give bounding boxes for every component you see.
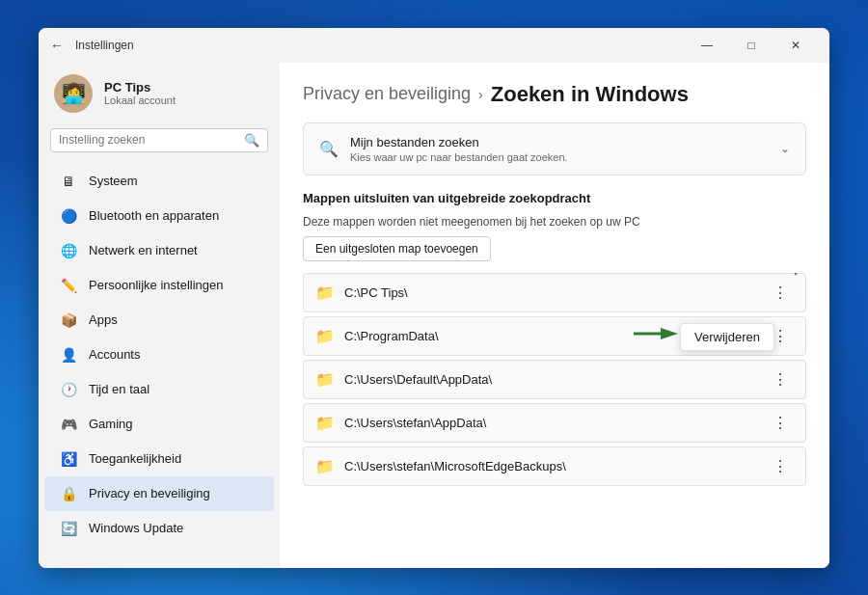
search-box[interactable]: 🔍 xyxy=(50,128,268,152)
toegankelijkheid-icon: ♿ xyxy=(60,450,77,468)
card-header[interactable]: 🔍 Mijn bestanden zoeken Kies waar uw pc … xyxy=(304,123,805,175)
user-subtitle: Lokaal account xyxy=(104,95,176,106)
folder-icon: 📁 xyxy=(315,284,335,302)
update-icon: 🔄 xyxy=(60,520,77,537)
netwerk-icon: 🌐 xyxy=(60,242,77,259)
accounts-icon: 👤 xyxy=(60,346,77,364)
card-chevron-icon: ⌄ xyxy=(780,142,790,155)
folder-row: 📁C:\Users\Default\AppData\⋮ xyxy=(303,360,806,399)
three-dots-menu[interactable]: ⋮ xyxy=(767,282,794,304)
sidebar-item-label-apps: Apps xyxy=(89,312,118,327)
folder-row: 📁C:\ProgramData\⋮Verwijderen xyxy=(303,316,806,356)
arrow-right-icon xyxy=(634,324,682,343)
svg-marker-1 xyxy=(789,273,802,276)
top-card[interactable]: 🔍 Mijn bestanden zoeken Kies waar uw pc … xyxy=(303,122,806,176)
sidebar-item-label-persoonlijk: Persoonlijke instellingen xyxy=(89,278,223,292)
sidebar-item-label-systeem: Systeem xyxy=(89,174,138,188)
privacy-icon: 🔒 xyxy=(60,485,77,502)
maximize-button[interactable]: □ xyxy=(729,28,773,63)
sidebar-item-label-privacy: Privacy en beveiliging xyxy=(89,486,210,500)
apps-icon: 📦 xyxy=(60,311,77,329)
page-title: Zoeken in Windows xyxy=(491,82,689,107)
sidebar-item-label-accounts: Accounts xyxy=(89,347,140,362)
sidebar-item-netwerk[interactable]: 🌐Netwerk en internet xyxy=(44,233,274,268)
user-info: PC Tips Lokaal account xyxy=(104,80,176,106)
sidebar-item-label-netwerk: Netwerk en internet xyxy=(89,243,198,257)
settings-window: ← Instellingen — □ ✕ 👩‍💻 PC Tips Lokaal … xyxy=(39,28,829,568)
nav-list: 🖥Systeem🔵Bluetooth en apparaten🌐Netwerk … xyxy=(39,164,280,546)
folder-path: C:\PC Tips\ xyxy=(344,285,757,300)
card-title-main: Mijn bestanden zoeken xyxy=(350,135,769,149)
add-excluded-button[interactable]: Een uitgesloten map toevoegen xyxy=(303,236,491,261)
bluetooth-icon: 🔵 xyxy=(60,207,77,225)
sidebar-item-toegankelijkheid[interactable]: ♿Toegankelijkheid xyxy=(44,442,274,476)
folder-icon: 📁 xyxy=(315,327,335,345)
persoonlijk-icon: ✏️ xyxy=(60,277,77,294)
user-profile: 👩‍💻 PC Tips Lokaal account xyxy=(39,63,280,124)
sidebar-item-gaming[interactable]: 🎮Gaming xyxy=(44,407,274,442)
card-title-block: Mijn bestanden zoeken Kies waar uw pc na… xyxy=(350,135,769,163)
folder-icon: 📁 xyxy=(315,414,335,432)
folder-list-wrapper: 📁C:\PC Tips\⋮📁C:\ProgramData\⋮Verwijdere… xyxy=(303,273,806,549)
tijd-icon: 🕐 xyxy=(60,381,77,398)
folder-list: 📁C:\PC Tips\⋮📁C:\ProgramData\⋮Verwijdere… xyxy=(303,273,806,490)
folder-icon: 📁 xyxy=(315,457,335,475)
systeem-icon: 🖥 xyxy=(60,173,77,190)
title-bar: ← Instellingen — □ ✕ xyxy=(39,28,829,63)
folder-path: C:\Users\stefan\AppData\ xyxy=(344,416,757,430)
search-icon: 🔍 xyxy=(244,133,259,148)
section-title: Mappen uitsluiten van uitgebreide zoekop… xyxy=(303,191,806,205)
sidebar-item-bluetooth[interactable]: 🔵Bluetooth en apparaten xyxy=(44,199,274,233)
main-layout: 👩‍💻 PC Tips Lokaal account 🔍 🖥Systeem🔵Bl… xyxy=(39,63,829,568)
search-input[interactable] xyxy=(59,133,238,147)
green-arrow-down xyxy=(784,273,806,278)
excluded-info-row: Deze mappen worden niet meegenomen bij h… xyxy=(303,215,806,261)
three-dots-menu[interactable]: ⋮ xyxy=(767,368,794,391)
sidebar-item-privacy[interactable]: 🔒Privacy en beveiliging xyxy=(44,476,274,511)
sidebar-item-accounts[interactable]: 👤Accounts xyxy=(44,338,274,372)
card-search-icon: 🔍 xyxy=(319,140,339,158)
close-button[interactable]: ✕ xyxy=(773,28,818,63)
folder-path: C:\Users\Default\AppData\ xyxy=(344,372,757,387)
folder-row: 📁C:\PC Tips\⋮ xyxy=(303,273,806,312)
sidebar-item-label-gaming: Gaming xyxy=(89,417,133,431)
page-header: Privacy en beveiliging › Zoeken in Windo… xyxy=(303,82,806,107)
minimize-button[interactable]: — xyxy=(685,28,729,63)
three-dots-menu[interactable]: ⋮ xyxy=(767,412,794,434)
sidebar-item-label-update: Windows Update xyxy=(89,521,183,535)
sidebar-item-label-bluetooth: Bluetooth en apparaten xyxy=(89,208,219,223)
sidebar-item-update[interactable]: 🔄Windows Update xyxy=(44,511,274,546)
sidebar-item-tijd[interactable]: 🕐Tijd en taal xyxy=(44,372,274,407)
sidebar-item-persoonlijk[interactable]: ✏️Persoonlijke instellingen xyxy=(44,268,274,303)
svg-marker-3 xyxy=(661,328,678,339)
arrow-down-icon xyxy=(784,273,806,278)
sidebar-item-apps[interactable]: 📦Apps xyxy=(44,303,274,338)
sidebar: 👩‍💻 PC Tips Lokaal account 🔍 🖥Systeem🔵Bl… xyxy=(39,63,280,568)
content-area: Privacy en beveiliging › Zoeken in Windo… xyxy=(280,63,829,568)
folder-row: 📁C:\Users\stefan\MicrosoftEdgeBackups\⋮ xyxy=(303,446,806,486)
breadcrumb-chevron: › xyxy=(478,87,483,102)
window-title: Instellingen xyxy=(75,39,685,52)
user-name: PC Tips xyxy=(104,80,176,95)
three-dots-menu[interactable]: ⋮ xyxy=(767,455,794,477)
avatar: 👩‍💻 xyxy=(54,74,93,113)
card-title-sub: Kies waar uw pc naar bestanden gaat zoek… xyxy=(350,151,769,163)
green-arrow-right xyxy=(634,324,682,347)
folder-row: 📁C:\Users\stefan\AppData\⋮ xyxy=(303,403,806,443)
breadcrumb-parent: Privacy en beveiliging xyxy=(303,84,471,104)
gaming-icon: 🎮 xyxy=(60,416,77,433)
back-button[interactable]: ← xyxy=(50,38,64,53)
verwijderen-popup[interactable]: Verwijderen xyxy=(680,323,774,351)
folder-path: C:\Users\stefan\MicrosoftEdgeBackups\ xyxy=(344,459,757,473)
sidebar-item-label-tijd: Tijd en taal xyxy=(89,382,149,396)
sidebar-item-systeem[interactable]: 🖥Systeem xyxy=(44,164,274,199)
window-controls: — □ ✕ xyxy=(685,28,818,63)
folder-icon: 📁 xyxy=(315,370,335,389)
excluded-info-text: Deze mappen worden niet meegenomen bij h… xyxy=(303,215,640,229)
sidebar-item-label-toegankelijkheid: Toegankelijkheid xyxy=(89,451,181,466)
